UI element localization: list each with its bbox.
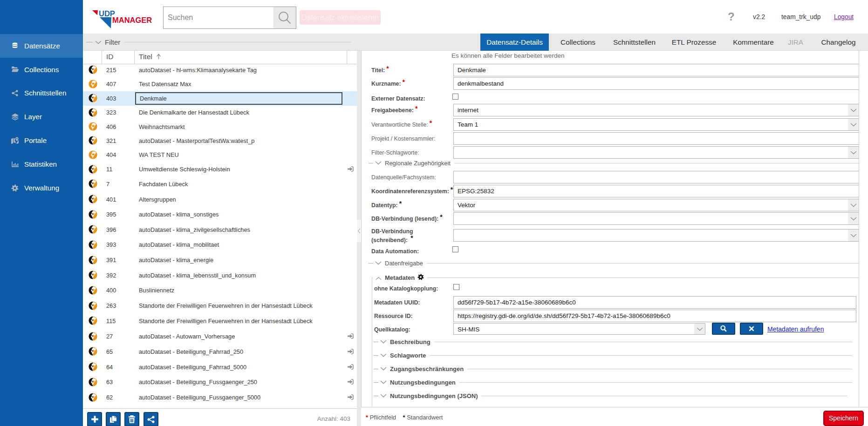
svg-text:MANAGER: MANAGER	[112, 16, 152, 24]
